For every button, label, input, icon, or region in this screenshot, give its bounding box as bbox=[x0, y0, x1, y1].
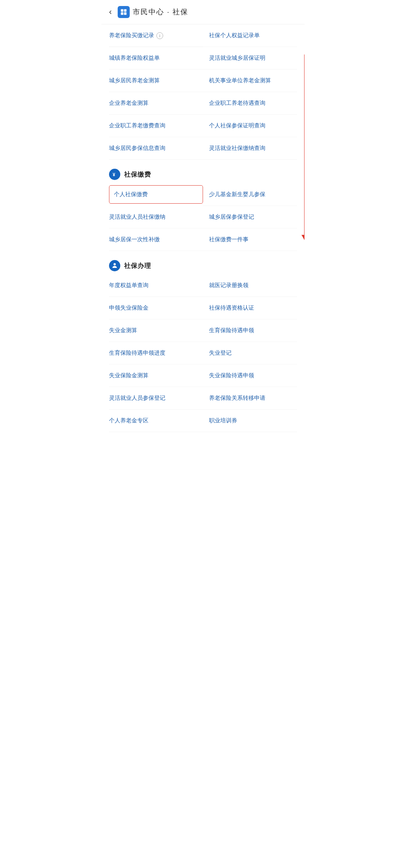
list-item[interactable]: 灵活就业社保缴纳查询 bbox=[203, 137, 297, 160]
payment-section-title: 社保缴费 bbox=[124, 170, 151, 179]
scroll-arrow-head bbox=[301, 235, 304, 240]
civic-icon bbox=[120, 8, 127, 16]
list-item[interactable]: 灵活就业城乡居保证明 bbox=[203, 47, 297, 70]
app-icon bbox=[118, 6, 130, 18]
list-item[interactable]: 职业培训券 bbox=[203, 410, 297, 432]
list-item[interactable]: 个人养老金专区 bbox=[109, 410, 203, 432]
list-item[interactable]: 城镇养老保险权益单 bbox=[109, 47, 203, 70]
list-item[interactable]: 生育保险待遇申领 bbox=[203, 319, 297, 342]
list-item[interactable]: 灵活就业人员社保缴纳 bbox=[109, 206, 203, 228]
list-item[interactable]: 社保缴费一件事 bbox=[203, 228, 297, 251]
back-button[interactable]: ‹ bbox=[109, 6, 115, 18]
list-item[interactable]: 养老保险买缴记录 i bbox=[109, 24, 203, 47]
list-item[interactable]: 城乡居民养老金测算 bbox=[109, 70, 203, 92]
svg-rect-1 bbox=[124, 9, 127, 12]
list-item[interactable]: 社保个人权益记录单 bbox=[203, 24, 297, 47]
payment-section-header: ¥ 社保缴费 bbox=[109, 160, 297, 183]
list-item[interactable]: 灵活就业人员参保登记 bbox=[109, 387, 203, 410]
list-item[interactable]: 失业金测算 bbox=[109, 319, 203, 342]
list-item[interactable]: 少儿基金新生婴儿参保 bbox=[203, 183, 297, 206]
list-item[interactable]: 社保待遇资格认证 bbox=[203, 297, 297, 319]
page-title: 市民中心 · 社保 bbox=[133, 7, 188, 17]
yuan-icon: ¥ bbox=[111, 171, 118, 178]
list-item[interactable]: 个人社保参保证明查询 bbox=[203, 115, 297, 137]
list-item[interactable]: 失业登记 bbox=[203, 342, 297, 364]
list-item[interactable]: 申领失业保险金 bbox=[109, 297, 203, 319]
list-item[interactable]: 城乡居保一次性补缴 bbox=[109, 228, 203, 251]
handle-grid: 年度权益单查询 就医记录册换领 申领失业保险金 社保待遇资格认证 失业金测算 生… bbox=[109, 274, 297, 432]
query-grid: 养老保险买缴记录 i 社保个人权益记录单 城镇养老保险权益单 灵活就业城乡居保证… bbox=[109, 24, 297, 160]
list-item[interactable]: 失业保险金测算 bbox=[109, 364, 203, 387]
svg-text:¥: ¥ bbox=[113, 172, 115, 177]
list-item[interactable]: 生育保险待遇申领进度 bbox=[109, 342, 203, 364]
app-header: ‹ 市民中心 · 社保 bbox=[102, 0, 304, 24]
payment-grid: 个人社保缴费 少儿基金新生婴儿参保 灵活就业人员社保缴纳 城乡居保参保登记 城乡… bbox=[109, 183, 297, 251]
list-item[interactable]: 机关事业单位养老金测算 bbox=[203, 70, 297, 92]
handle-section-title: 社保办理 bbox=[124, 262, 151, 270]
svg-rect-2 bbox=[121, 12, 124, 15]
list-item[interactable]: 失业保险待遇申领 bbox=[203, 364, 297, 387]
person-icon bbox=[111, 262, 118, 269]
list-item-personal-payment[interactable]: 个人社保缴费 bbox=[109, 185, 203, 204]
bottom-spacer bbox=[109, 432, 297, 447]
list-item[interactable]: 就医记录册换领 bbox=[203, 274, 297, 297]
money-section-icon: ¥ bbox=[109, 169, 120, 180]
list-item[interactable]: 养老保险关系转移申请 bbox=[203, 387, 297, 410]
list-item[interactable]: 城乡居民参保信息查询 bbox=[109, 137, 203, 160]
svg-rect-0 bbox=[121, 9, 124, 12]
list-item[interactable]: 企业职工养老缴费查询 bbox=[109, 115, 203, 137]
list-item[interactable]: 年度权益单查询 bbox=[109, 274, 203, 297]
svg-point-5 bbox=[114, 263, 116, 265]
handle-section-header: 社保办理 bbox=[109, 251, 297, 274]
person-section-icon bbox=[109, 260, 120, 271]
scroll-arrow-line bbox=[304, 54, 304, 235]
list-item[interactable]: 城乡居保参保登记 bbox=[203, 206, 297, 228]
main-content: 养老保险买缴记录 i 社保个人权益记录单 城镇养老保险权益单 灵活就业城乡居保证… bbox=[102, 24, 304, 447]
list-item[interactable]: 企业养老金测算 bbox=[109, 92, 203, 115]
info-icon: i bbox=[156, 32, 163, 39]
list-item[interactable]: 企业职工养老待遇查询 bbox=[203, 92, 297, 115]
svg-rect-3 bbox=[124, 12, 127, 15]
